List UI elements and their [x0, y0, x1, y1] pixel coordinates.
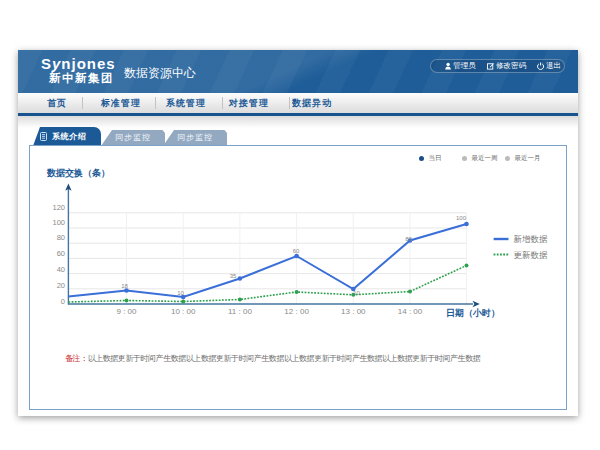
svg-text:18: 18 — [121, 283, 128, 289]
svg-text:80: 80 — [405, 236, 412, 242]
svg-text:100: 100 — [456, 215, 467, 221]
svg-text:100: 100 — [52, 218, 65, 227]
svg-text:120: 120 — [52, 203, 65, 212]
svg-text:更新数据: 更新数据 — [514, 250, 549, 260]
svg-text:60: 60 — [293, 248, 300, 254]
svg-text:10: 10 — [177, 290, 184, 296]
svg-text:10: 10 — [353, 290, 360, 296]
svg-text:0: 0 — [61, 297, 65, 306]
svg-text:11 : 00: 11 : 00 — [228, 307, 252, 316]
svg-text:35: 35 — [230, 273, 237, 279]
svg-text:14 : 00: 14 : 00 — [398, 307, 423, 316]
svg-text:13 : 00: 13 : 00 — [341, 307, 366, 316]
svg-text:新增数据: 新增数据 — [514, 234, 549, 244]
svg-text:60: 60 — [57, 249, 65, 258]
svg-text:12 : 00: 12 : 00 — [284, 307, 309, 316]
svg-text:9 : 00: 9 : 00 — [116, 307, 137, 316]
svg-text:20: 20 — [57, 281, 65, 290]
svg-text:10 : 00: 10 : 00 — [171, 307, 196, 316]
svg-text:40: 40 — [57, 265, 65, 274]
svg-text:80: 80 — [57, 233, 65, 242]
svg-text:日期（小时）: 日期（小时） — [446, 308, 500, 318]
